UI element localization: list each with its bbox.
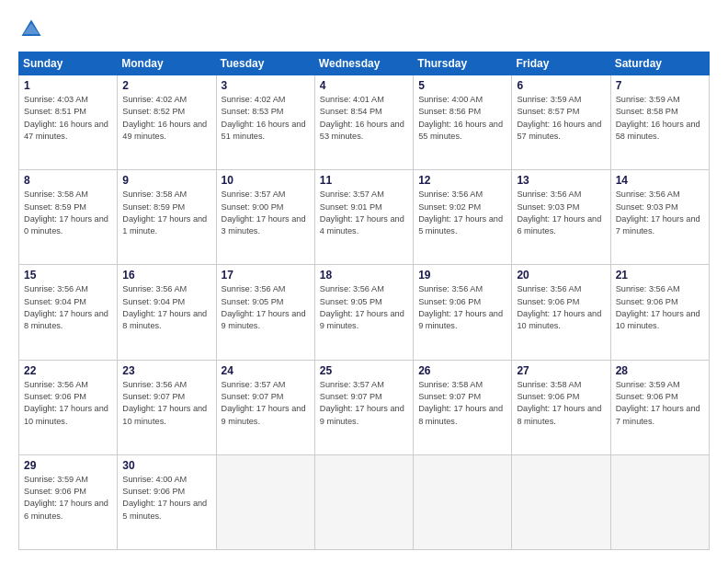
day-info: Sunrise: 3:56 AMSunset: 9:06 PMDaylight:… bbox=[418, 283, 506, 332]
page: SundayMondayTuesdayWednesdayThursdayFrid… bbox=[0, 0, 728, 563]
day-info: Sunrise: 3:56 AMSunset: 9:04 PMDaylight:… bbox=[122, 283, 210, 332]
calendar-cell bbox=[610, 454, 709, 549]
calendar-cell bbox=[512, 454, 610, 549]
day-number: 8 bbox=[24, 174, 112, 187]
day-info: Sunrise: 3:57 AMSunset: 9:01 PMDaylight:… bbox=[320, 189, 408, 237]
calendar-cell: 17Sunrise: 3:56 AMSunset: 9:05 PMDayligh… bbox=[216, 265, 314, 360]
calendar-cell: 18Sunrise: 3:56 AMSunset: 9:05 PMDayligh… bbox=[314, 265, 413, 360]
day-info: Sunrise: 3:56 AMSunset: 9:03 PMDaylight:… bbox=[616, 189, 704, 237]
calendar-cell: 21Sunrise: 3:56 AMSunset: 9:06 PMDayligh… bbox=[610, 265, 709, 360]
day-number: 12 bbox=[418, 174, 506, 187]
day-number: 19 bbox=[418, 269, 506, 282]
calendar-cell: 12Sunrise: 3:56 AMSunset: 9:02 PMDayligh… bbox=[414, 170, 512, 265]
day-info: Sunrise: 3:57 AMSunset: 9:07 PMDaylight:… bbox=[222, 379, 310, 428]
day-info: Sunrise: 4:01 AMSunset: 8:54 PMDaylight:… bbox=[320, 94, 408, 143]
calendar-row: 29Sunrise: 3:59 AMSunset: 9:06 PMDayligh… bbox=[19, 454, 710, 549]
day-number: 3 bbox=[222, 79, 310, 92]
calendar-cell: 2Sunrise: 4:02 AMSunset: 8:52 PMDaylight… bbox=[118, 75, 216, 170]
day-info: Sunrise: 3:58 AMSunset: 9:07 PMDaylight:… bbox=[418, 379, 506, 428]
calendar-cell: 5Sunrise: 4:00 AMSunset: 8:56 PMDaylight… bbox=[414, 75, 512, 170]
day-info: Sunrise: 3:58 AMSunset: 8:59 PMDaylight:… bbox=[24, 189, 112, 237]
day-number: 30 bbox=[122, 459, 210, 472]
col-header-thursday: Thursday bbox=[414, 52, 512, 75]
day-info: Sunrise: 3:56 AMSunset: 9:06 PMDaylight:… bbox=[517, 283, 605, 332]
day-info: Sunrise: 4:02 AMSunset: 8:52 PMDaylight:… bbox=[122, 94, 210, 143]
day-info: Sunrise: 3:57 AMSunset: 9:07 PMDaylight:… bbox=[320, 379, 408, 428]
day-number: 2 bbox=[122, 79, 210, 92]
day-number: 23 bbox=[122, 364, 210, 377]
day-info: Sunrise: 3:56 AMSunset: 9:03 PMDaylight:… bbox=[517, 189, 605, 237]
calendar-cell: 29Sunrise: 3:59 AMSunset: 9:06 PMDayligh… bbox=[19, 454, 118, 549]
day-number: 24 bbox=[222, 364, 310, 377]
day-number: 25 bbox=[320, 364, 408, 377]
day-number: 29 bbox=[24, 459, 112, 472]
col-header-saturday: Saturday bbox=[610, 52, 709, 75]
day-number: 5 bbox=[418, 79, 506, 92]
col-header-friday: Friday bbox=[512, 52, 610, 75]
day-number: 22 bbox=[24, 364, 112, 377]
day-info: Sunrise: 3:56 AMSunset: 9:06 PMDaylight:… bbox=[24, 379, 112, 428]
day-number: 13 bbox=[517, 174, 605, 187]
calendar-header-row: SundayMondayTuesdayWednesdayThursdayFrid… bbox=[19, 52, 710, 75]
day-number: 6 bbox=[517, 79, 605, 92]
day-number: 26 bbox=[418, 364, 506, 377]
calendar-cell: 6Sunrise: 3:59 AMSunset: 8:57 PMDaylight… bbox=[512, 75, 610, 170]
calendar-cell: 28Sunrise: 3:59 AMSunset: 9:06 PMDayligh… bbox=[610, 360, 709, 454]
day-number: 1 bbox=[24, 79, 112, 92]
col-header-sunday: Sunday bbox=[19, 52, 118, 75]
day-info: Sunrise: 3:56 AMSunset: 9:02 PMDaylight:… bbox=[418, 189, 506, 237]
day-number: 9 bbox=[122, 174, 210, 187]
col-header-wednesday: Wednesday bbox=[314, 52, 413, 75]
calendar-cell: 13Sunrise: 3:56 AMSunset: 9:03 PMDayligh… bbox=[512, 170, 610, 265]
day-info: Sunrise: 3:56 AMSunset: 9:07 PMDaylight:… bbox=[122, 379, 210, 428]
calendar-cell: 14Sunrise: 3:56 AMSunset: 9:03 PMDayligh… bbox=[610, 170, 709, 265]
day-number: 17 bbox=[222, 269, 310, 282]
logo bbox=[18, 17, 48, 42]
calendar-cell: 8Sunrise: 3:58 AMSunset: 8:59 PMDaylight… bbox=[19, 170, 118, 265]
day-number: 28 bbox=[616, 364, 704, 377]
day-info: Sunrise: 3:56 AMSunset: 9:06 PMDaylight:… bbox=[616, 283, 704, 332]
day-number: 21 bbox=[616, 269, 704, 282]
day-number: 11 bbox=[320, 174, 408, 187]
day-number: 10 bbox=[222, 174, 310, 187]
col-header-monday: Monday bbox=[118, 52, 216, 75]
calendar-cell: 19Sunrise: 3:56 AMSunset: 9:06 PMDayligh… bbox=[414, 265, 512, 360]
calendar-cell: 15Sunrise: 3:56 AMSunset: 9:04 PMDayligh… bbox=[19, 265, 118, 360]
calendar-cell: 27Sunrise: 3:58 AMSunset: 9:06 PMDayligh… bbox=[512, 360, 610, 454]
day-info: Sunrise: 3:59 AMSunset: 9:06 PMDaylight:… bbox=[24, 474, 112, 523]
calendar-cell: 7Sunrise: 3:59 AMSunset: 8:58 PMDaylight… bbox=[610, 75, 709, 170]
calendar-cell bbox=[216, 454, 314, 549]
day-info: Sunrise: 3:58 AMSunset: 8:59 PMDaylight:… bbox=[122, 189, 210, 237]
calendar-cell: 20Sunrise: 3:56 AMSunset: 9:06 PMDayligh… bbox=[512, 265, 610, 360]
day-info: Sunrise: 4:02 AMSunset: 8:53 PMDaylight:… bbox=[222, 94, 310, 143]
calendar-cell: 4Sunrise: 4:01 AMSunset: 8:54 PMDaylight… bbox=[314, 75, 413, 170]
day-info: Sunrise: 3:59 AMSunset: 9:06 PMDaylight:… bbox=[616, 379, 704, 428]
day-info: Sunrise: 4:00 AMSunset: 9:06 PMDaylight:… bbox=[122, 474, 210, 523]
logo-icon bbox=[18, 17, 44, 42]
day-number: 4 bbox=[320, 79, 408, 92]
calendar-cell: 1Sunrise: 4:03 AMSunset: 8:51 PMDaylight… bbox=[19, 75, 118, 170]
day-info: Sunrise: 3:56 AMSunset: 9:05 PMDaylight:… bbox=[320, 283, 408, 332]
calendar-table: SundayMondayTuesdayWednesdayThursdayFrid… bbox=[18, 52, 710, 550]
calendar-row: 22Sunrise: 3:56 AMSunset: 9:06 PMDayligh… bbox=[19, 360, 710, 454]
day-info: Sunrise: 4:03 AMSunset: 8:51 PMDaylight:… bbox=[24, 94, 112, 143]
day-number: 20 bbox=[517, 269, 605, 282]
day-info: Sunrise: 3:56 AMSunset: 9:05 PMDaylight:… bbox=[222, 283, 310, 332]
calendar-row: 8Sunrise: 3:58 AMSunset: 8:59 PMDaylight… bbox=[19, 170, 710, 265]
calendar-cell: 26Sunrise: 3:58 AMSunset: 9:07 PMDayligh… bbox=[414, 360, 512, 454]
header bbox=[18, 17, 710, 42]
day-info: Sunrise: 3:59 AMSunset: 8:57 PMDaylight:… bbox=[517, 94, 605, 143]
day-number: 27 bbox=[517, 364, 605, 377]
day-number: 15 bbox=[24, 269, 112, 282]
day-number: 14 bbox=[616, 174, 704, 187]
calendar-cell: 9Sunrise: 3:58 AMSunset: 8:59 PMDaylight… bbox=[118, 170, 216, 265]
calendar-cell: 16Sunrise: 3:56 AMSunset: 9:04 PMDayligh… bbox=[118, 265, 216, 360]
calendar-cell: 3Sunrise: 4:02 AMSunset: 8:53 PMDaylight… bbox=[216, 75, 314, 170]
day-info: Sunrise: 3:56 AMSunset: 9:04 PMDaylight:… bbox=[24, 283, 112, 332]
col-header-tuesday: Tuesday bbox=[216, 52, 314, 75]
day-info: Sunrise: 3:57 AMSunset: 9:00 PMDaylight:… bbox=[222, 189, 310, 237]
calendar-cell: 24Sunrise: 3:57 AMSunset: 9:07 PMDayligh… bbox=[216, 360, 314, 454]
day-info: Sunrise: 3:59 AMSunset: 8:58 PMDaylight:… bbox=[616, 94, 704, 143]
calendar-cell: 30Sunrise: 4:00 AMSunset: 9:06 PMDayligh… bbox=[118, 454, 216, 549]
calendar-row: 15Sunrise: 3:56 AMSunset: 9:04 PMDayligh… bbox=[19, 265, 710, 360]
